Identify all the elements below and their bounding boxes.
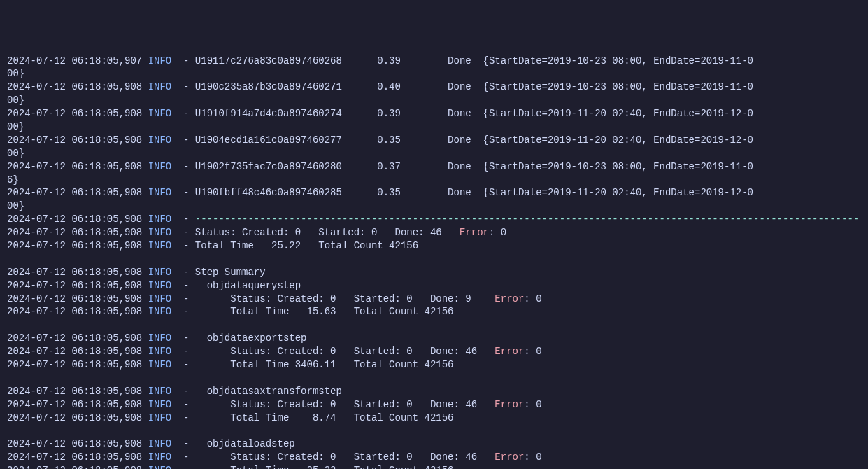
log-timestamp: 2024-07-12 06:18:05,908 <box>7 359 148 370</box>
log-timestamp: 2024-07-12 06:18:05,908 <box>7 134 148 146</box>
log-line: 00} <box>7 200 861 213</box>
log-wrap-text: 6} <box>7 174 19 186</box>
log-level: INFO <box>148 267 172 278</box>
log-output: 2024-07-12 06:18:05,907 INFO - U19117c27… <box>7 55 861 469</box>
log-dash: - <box>171 293 195 304</box>
log-dash: - <box>171 399 195 410</box>
log-message: Total Time 3406.11 Total Count 42156 <box>195 359 454 370</box>
log-wrap-text: 00} <box>7 148 24 159</box>
log-line: 2024-07-12 06:18:05,908 INFO - Total Tim… <box>7 464 861 469</box>
log-line: 2024-07-12 06:18:05,908 INFO - Total Tim… <box>7 305 861 318</box>
log-level: INFO <box>148 438 172 449</box>
log-line: 6} <box>7 174 861 187</box>
log-timestamp: 2024-07-12 06:18:05,908 <box>7 227 148 238</box>
log-status-text: Status: Created: 0 Started: 0 Done: 9 <box>195 293 495 304</box>
log-line: 2024-07-12 06:18:05,908 INFO - Status: C… <box>7 398 861 412</box>
log-level: INFO <box>148 187 172 198</box>
log-level: INFO <box>148 108 172 119</box>
log-dash: - <box>171 227 195 238</box>
log-dash: - <box>171 214 195 225</box>
log-message: Total Time 8.74 Total Count 42156 <box>195 412 454 424</box>
log-dash: - <box>171 108 195 119</box>
log-level: INFO <box>148 359 172 370</box>
log-dash: - <box>171 187 195 198</box>
log-error-label: Error <box>495 293 524 304</box>
log-line: 2024-07-12 06:18:05,908 INFO - U190fbff4… <box>7 186 861 200</box>
log-line: 2024-07-12 06:18:05,908 INFO - objdatasa… <box>7 385 861 398</box>
log-timestamp: 2024-07-12 06:18:05,908 <box>7 108 148 119</box>
log-level: INFO <box>148 306 172 317</box>
log-line: 2024-07-12 06:18:05,908 INFO - Status: C… <box>7 293 861 306</box>
log-dash: - <box>171 267 195 278</box>
log-timestamp: 2024-07-12 06:18:05,908 <box>7 465 148 469</box>
log-line: 2024-07-12 06:18:05,908 INFO - Total Tim… <box>7 239 861 253</box>
log-line: 2024-07-12 06:18:05,908 INFO - Status: C… <box>7 451 861 464</box>
log-line: 2024-07-12 06:18:05,907 INFO - U19117c27… <box>7 55 861 68</box>
log-task-body: U190c235a87b3c0a897460271 0.40 Done {Sta… <box>195 81 753 92</box>
log-line: 00} <box>7 67 861 80</box>
log-level: INFO <box>148 161 172 172</box>
log-line: 2024-07-12 06:18:05,908 INFO - U1910f914… <box>7 107 861 120</box>
log-dash: - <box>171 346 195 357</box>
log-line: 2024-07-12 06:18:05,908 INFO - objdataex… <box>7 332 861 345</box>
log-task-body: U1904ecd1a161c0a897460277 0.35 Done {Sta… <box>195 134 753 146</box>
log-timestamp: 2024-07-12 06:18:05,908 <box>7 161 148 172</box>
log-timestamp: 2024-07-12 06:18:05,908 <box>7 187 148 198</box>
log-dash: - <box>171 438 195 449</box>
log-message: Total Time 15.63 Total Count 42156 <box>195 306 454 317</box>
log-dash: - <box>171 55 195 66</box>
log-line: 2024-07-12 06:18:05,908 INFO - ---------… <box>7 213 861 226</box>
log-task-body: U1910f914a7d4c0a897460274 0.39 Done {Sta… <box>195 108 753 119</box>
log-line: 2024-07-12 06:18:05,908 INFO - Step Summ… <box>7 266 861 279</box>
log-level: INFO <box>148 451 172 463</box>
log-error-label: Error <box>495 399 524 410</box>
log-timestamp: 2024-07-12 06:18:05,908 <box>7 346 148 357</box>
log-timestamp: 2024-07-12 06:18:05,908 <box>7 438 148 449</box>
log-level: INFO <box>148 55 172 66</box>
log-level: INFO <box>148 280 172 291</box>
log-status-text: Status: Created: 0 Started: 0 Done: 46 <box>195 346 495 357</box>
log-error-label: Error <box>495 346 524 357</box>
log-line <box>7 253 861 266</box>
log-message: objdataexportstep <box>195 332 307 344</box>
log-dash: - <box>171 240 195 251</box>
log-timestamp: 2024-07-12 06:18:05,908 <box>7 306 148 317</box>
log-line <box>7 425 861 438</box>
log-level: INFO <box>148 346 172 357</box>
log-wrap-text: 00} <box>7 121 24 132</box>
log-timestamp: 2024-07-12 06:18:05,907 <box>7 55 148 66</box>
log-line: 00} <box>7 147 861 160</box>
log-timestamp: 2024-07-12 06:18:05,908 <box>7 332 148 344</box>
log-message: Total Time 25.22 Total Count 42156 <box>195 240 418 251</box>
log-message: objdataloadstep <box>195 438 295 449</box>
log-dash: - <box>171 134 195 146</box>
log-task-body: U1902f735fac7c0a897460280 0.37 Done {Sta… <box>195 161 753 172</box>
log-line: 2024-07-12 06:18:05,908 INFO - U190c235a… <box>7 80 861 94</box>
log-level: INFO <box>148 399 172 410</box>
log-error-label: Error <box>495 451 524 463</box>
log-timestamp: 2024-07-12 06:18:05,908 <box>7 386 148 397</box>
log-level: INFO <box>148 332 172 344</box>
log-error-value: : 0 <box>524 293 541 304</box>
log-level: INFO <box>148 134 172 146</box>
log-line: 2024-07-12 06:18:05,908 INFO - Status: C… <box>7 226 861 239</box>
log-timestamp: 2024-07-12 06:18:05,908 <box>7 214 148 225</box>
log-status-text: Status: Created: 0 Started: 0 Done: 46 <box>195 451 495 463</box>
log-line <box>7 372 861 385</box>
log-level: INFO <box>148 412 172 424</box>
log-error-value: : 0 <box>524 399 541 410</box>
log-task-body: U19117c276a83c0a897460268 0.39 Done {Sta… <box>195 55 753 66</box>
log-timestamp: 2024-07-12 06:18:05,908 <box>7 399 148 410</box>
log-level: INFO <box>148 465 172 469</box>
log-wrap-text: 00} <box>7 68 24 79</box>
log-dash: - <box>171 161 195 172</box>
log-error-value: : 0 <box>489 227 506 238</box>
log-dash: - <box>171 451 195 463</box>
log-message: Total Time 25.22 Total Count 42156 <box>195 465 454 469</box>
log-dash: - <box>171 465 195 469</box>
log-line: 00} <box>7 94 861 107</box>
log-message: objdatasaxtransformstep <box>195 386 342 397</box>
log-dash: - <box>171 386 195 397</box>
log-level: INFO <box>148 293 172 304</box>
log-line: 2024-07-12 06:18:05,908 INFO - objdatalo… <box>7 438 861 451</box>
